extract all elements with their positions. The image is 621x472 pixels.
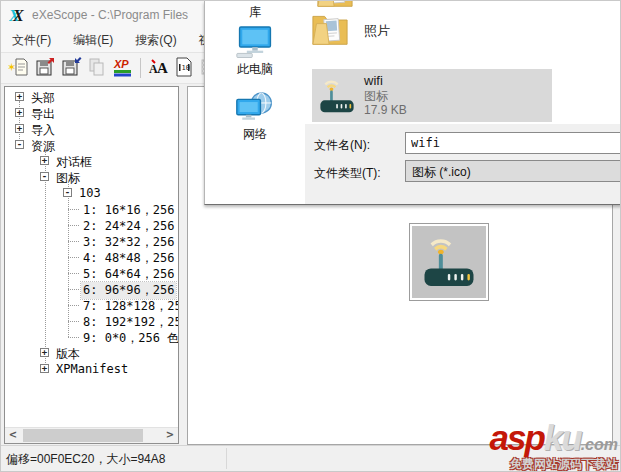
svg-text:XP: XP [113, 58, 129, 70]
wifi-router-icon [421, 234, 477, 290]
tree-item-11[interactable]: 5: 64*64，256 [5, 265, 178, 281]
file-name: 照片 [364, 22, 390, 40]
folder-icon [312, 12, 348, 46]
toolbar-separator [140, 58, 141, 78]
binary-view-button[interactable]: 10 [171, 55, 197, 81]
svg-text:A: A [157, 60, 168, 76]
dialog-footer: 文件名(N): 文件类型(T): 图标 (*.ico) [305, 124, 621, 204]
file-name: wifi [364, 73, 383, 88]
save-import-icon [60, 56, 82, 81]
scrollbar-thumb[interactable] [23, 429, 143, 442]
tree-item-label: 103 [77, 186, 103, 200]
tree-item-5[interactable]: -图标 [5, 169, 178, 185]
menu-item-0[interactable]: 文件(F) [1, 29, 62, 52]
tree-item-15[interactable]: 9: 0*0，256 色 [5, 329, 178, 345]
scroll-right-arrow[interactable]: > [162, 428, 178, 443]
status-divider [226, 448, 227, 469]
icon-preview-box [409, 223, 489, 301]
expand-plus-icon[interactable]: + [40, 364, 49, 373]
tree-item-7[interactable]: 1: 16*16，256 [5, 201, 178, 217]
tree-item-13[interactable]: 7: 128*128，256 [5, 297, 178, 313]
binary-doc-icon: 10 [173, 56, 195, 81]
screenshot-root: X X eXeScope - C:\Program Files 文件(F)编辑(… [0, 0, 621, 472]
file-item-wifi[interactable]: wifi图标17.9 KB [312, 69, 552, 122]
filetype-select[interactable]: 图标 (*.ico) [405, 160, 621, 182]
wifi-router-icon [318, 73, 356, 119]
filename-label: 文件名(N): [314, 137, 370, 154]
tree-item-9[interactable]: 3: 32*32，256 [5, 233, 178, 249]
sidebar-item-label: 网络 [207, 126, 303, 143]
tree-item-0[interactable]: +头部 [5, 89, 178, 105]
this-pc-icon [235, 26, 275, 59]
tree-item-10[interactable]: 4: 48*48，256 [5, 249, 178, 265]
tree-item-label: XPManifest [54, 362, 130, 376]
tree-item-12[interactable]: 6: 96*96，256 [5, 281, 178, 297]
icon-preview-background [412, 226, 486, 298]
resource-tree-panel: +头部+导出+导入-资源+对话框-图标-1031: 16*16，2562: 24… [4, 86, 179, 444]
svg-text:✶: ✶ [8, 61, 16, 73]
collapse-minus-icon[interactable]: - [63, 188, 72, 197]
save-export-button[interactable] [32, 55, 58, 81]
collapse-minus-icon[interactable]: - [15, 140, 24, 149]
sidebar-item-label: 库 [207, 4, 303, 21]
new-file-button[interactable]: ✶ [6, 55, 32, 81]
tree-item-8[interactable]: 2: 24*24，256 [5, 217, 178, 233]
app-logo-icon: X X [9, 7, 26, 24]
window-title: eXeScope - C:\Program Files [32, 8, 188, 22]
scroll-left-arrow[interactable]: < [5, 428, 21, 443]
network-icon [235, 91, 275, 124]
tree-item-2[interactable]: +导入 [5, 121, 178, 137]
filetype-label: 文件类型(T): [314, 165, 381, 182]
save-dialog: 库此电脑网络 照片wifi图标17.9 KB 文件名(N): 文件类型(T): … [204, 1, 621, 205]
tree-item-17[interactable]: +XPManifest [5, 361, 178, 377]
new-file-icon: ✶ [8, 56, 30, 81]
file-list: 照片wifi图标17.9 KB [305, 1, 621, 125]
font-aa-icon: AA [147, 56, 169, 81]
horizontal-scrollbar[interactable]: < > [5, 427, 178, 443]
tree-item-6[interactable]: -103 [5, 185, 178, 201]
tree-item-16[interactable]: +版本 [5, 345, 178, 361]
sidebar-item-label: 此电脑 [207, 61, 303, 78]
expand-plus-icon[interactable]: + [15, 124, 24, 133]
copy-icon [86, 56, 108, 81]
tree-item-1[interactable]: +导出 [5, 105, 178, 121]
xp-manifest-icon: XP [112, 56, 134, 81]
save-export-icon [34, 56, 56, 81]
expand-plus-icon[interactable]: + [15, 92, 24, 101]
expand-plus-icon[interactable]: + [40, 348, 49, 357]
clipped-folder-icon [317, 1, 353, 12]
menu-item-2[interactable]: 搜索(Q) [124, 29, 187, 52]
file-item-照片[interactable]: 照片 [312, 12, 512, 48]
tree-item-3[interactable]: -资源 [5, 137, 178, 153]
collapse-minus-icon[interactable]: - [40, 172, 49, 181]
file-size: 17.9 KB [364, 103, 407, 117]
tree-item-4[interactable]: +对话框 [5, 153, 178, 169]
font-button[interactable]: AA [145, 55, 171, 81]
expand-plus-icon[interactable]: + [15, 108, 24, 117]
status-text: 偏移=00F0EC20，大小=94A8 [6, 451, 165, 468]
svg-text:X: X [12, 7, 24, 24]
save-import-button[interactable] [58, 55, 84, 81]
menu-item-1[interactable]: 编辑(E) [62, 29, 124, 52]
resource-tree: +头部+导出+导入-资源+对话框-图标-1031: 16*16，2562: 24… [5, 87, 178, 428]
filetype-value: 图标 (*.ico) [412, 165, 471, 179]
copy-button [84, 55, 110, 81]
status-bar: 偏移=00F0EC20，大小=94A8 [1, 445, 620, 472]
tree-item-14[interactable]: 8: 192*192，256 [5, 313, 178, 329]
expand-plus-icon[interactable]: + [40, 156, 49, 165]
xp-manifest-button[interactable]: XP [110, 55, 136, 81]
filename-input[interactable] [405, 132, 621, 154]
